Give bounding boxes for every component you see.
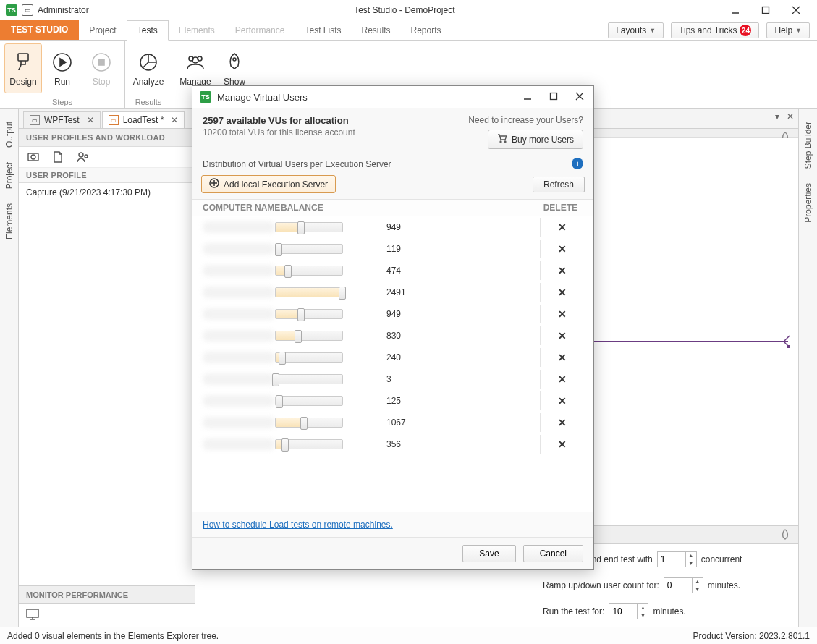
window-close-button[interactable] bbox=[781, 1, 811, 19]
sidebar-tab-output[interactable]: Output bbox=[1, 114, 17, 155]
total-vus-text: 10200 total VUs for this license account bbox=[203, 127, 461, 137]
sidebar-tab-project[interactable]: Project bbox=[1, 155, 17, 196]
delete-row-button[interactable]: ✕ bbox=[540, 283, 583, 302]
balance-slider[interactable] bbox=[275, 374, 343, 384]
dialog-minimize-button[interactable] bbox=[521, 91, 534, 103]
design-button[interactable]: Design bbox=[4, 43, 42, 93]
delete-row-button[interactable]: ✕ bbox=[540, 391, 583, 410]
balance-value: 949 bbox=[386, 222, 418, 232]
tab-project[interactable]: Project bbox=[79, 21, 126, 40]
help-dropdown[interactable]: Help▼ bbox=[766, 22, 810, 38]
rocket-icon bbox=[223, 51, 246, 74]
schedule-help-link[interactable]: How to schedule Load tests on remote mac… bbox=[203, 520, 393, 530]
available-vus-heading: 2597 available VUs for allocation bbox=[203, 115, 461, 126]
delete-row-button[interactable]: ✕ bbox=[540, 435, 583, 454]
window-minimize-button[interactable] bbox=[720, 1, 750, 19]
delete-row-button[interactable]: ✕ bbox=[540, 218, 583, 237]
doc-icon: ▭ bbox=[30, 115, 40, 125]
tab-tests[interactable]: Tests bbox=[127, 20, 169, 41]
brush-icon bbox=[12, 51, 35, 74]
analyze-button[interactable]: Analyze bbox=[130, 43, 167, 93]
doc-tabs-menu-icon[interactable]: ▾ bbox=[775, 111, 779, 122]
need-more-text: Need to increase your Users? bbox=[468, 115, 583, 125]
delete-row-button[interactable]: ✕ bbox=[540, 413, 583, 432]
balance-slider[interactable] bbox=[275, 244, 343, 254]
server-row: 119✕ bbox=[192, 238, 593, 260]
run-button[interactable]: Run bbox=[43, 43, 81, 93]
balance-slider[interactable] bbox=[275, 287, 343, 297]
window-maximize-button[interactable] bbox=[750, 1, 781, 19]
delete-row-button[interactable]: ✕ bbox=[540, 326, 583, 345]
stop-button[interactable]: Stop bbox=[82, 43, 120, 93]
right-dock: Step Builder Properties bbox=[798, 109, 817, 627]
delete-row-button[interactable]: ✕ bbox=[540, 240, 583, 258]
computer-name-blurred bbox=[203, 438, 275, 450]
save-button[interactable]: Save bbox=[462, 545, 515, 562]
svg-rect-4 bbox=[18, 54, 28, 61]
tab-reports[interactable]: Reports bbox=[400, 21, 451, 40]
server-row: 2491✕ bbox=[192, 281, 593, 303]
delete-row-button[interactable]: ✕ bbox=[540, 348, 583, 367]
tips-and-tricks-button[interactable]: Tips and Tricks24 bbox=[671, 22, 759, 38]
capture-icon[interactable] bbox=[26, 150, 41, 164]
balance-value: 474 bbox=[386, 266, 418, 276]
balance-slider[interactable] bbox=[275, 418, 343, 428]
end-users-spinner[interactable]: ▲▼ bbox=[657, 551, 697, 567]
balance-slider[interactable] bbox=[275, 266, 343, 276]
notification-badge: 24 bbox=[740, 25, 751, 36]
refresh-button[interactable]: Refresh bbox=[533, 177, 585, 192]
sidebar-tab-elements[interactable]: Elements bbox=[1, 196, 17, 247]
tab-results[interactable]: Results bbox=[351, 21, 400, 40]
balance-slider[interactable] bbox=[275, 331, 343, 341]
layouts-dropdown[interactable]: Layouts▼ bbox=[608, 22, 664, 38]
computer-name-blurred bbox=[203, 373, 275, 385]
play-icon bbox=[51, 51, 74, 74]
computer-name-blurred bbox=[203, 243, 275, 255]
computer-name-blurred bbox=[203, 417, 275, 428]
info-icon[interactable]: i bbox=[572, 158, 583, 169]
plus-icon bbox=[209, 178, 219, 190]
add-execution-server-button[interactable]: Add local Execution Server bbox=[201, 175, 336, 193]
svg-rect-7 bbox=[98, 59, 104, 65]
rocket-icon[interactable] bbox=[779, 529, 791, 543]
sidebar-tab-properties[interactable]: Properties bbox=[800, 176, 816, 230]
computer-name-blurred bbox=[203, 330, 275, 342]
balance-slider[interactable] bbox=[275, 309, 343, 319]
tab-brand[interactable]: TEST STUDIO bbox=[0, 20, 79, 40]
tab-elements[interactable]: Elements bbox=[169, 21, 225, 40]
balance-slider[interactable] bbox=[275, 396, 343, 406]
tab-test-lists[interactable]: Test Lists bbox=[295, 21, 351, 40]
balance-slider[interactable] bbox=[275, 222, 343, 232]
delete-row-button[interactable]: ✕ bbox=[540, 370, 583, 389]
balance-value: 356 bbox=[386, 439, 418, 449]
tab-performance[interactable]: Performance bbox=[225, 21, 295, 40]
balance-slider[interactable] bbox=[275, 439, 343, 449]
server-row: 125✕ bbox=[192, 390, 593, 412]
computer-name-blurred bbox=[203, 395, 275, 407]
buy-more-users-button[interactable]: Buy more Users bbox=[488, 130, 583, 149]
dialog-maximize-button[interactable] bbox=[547, 91, 560, 103]
dialog-close-button[interactable] bbox=[573, 91, 586, 103]
doc-tab-loadtest[interactable]: ▭ LoadTest * ✕ bbox=[102, 111, 185, 128]
balance-slider[interactable] bbox=[275, 352, 343, 363]
close-tab-icon[interactable]: ✕ bbox=[87, 115, 94, 125]
doc-tab-wpftest[interactable]: ▭ WPFTest ✕ bbox=[23, 111, 101, 128]
sidebar-tab-step-builder[interactable]: Step Builder bbox=[800, 114, 816, 176]
monitor-icon[interactable] bbox=[26, 612, 39, 622]
delete-row-button[interactable]: ✕ bbox=[540, 305, 583, 323]
users-small-icon[interactable] bbox=[75, 150, 90, 164]
server-row: 949✕ bbox=[192, 303, 593, 325]
user-profile-subheader: USER PROFILE bbox=[19, 168, 195, 183]
ramp-minutes-spinner[interactable]: ▲▼ bbox=[664, 577, 703, 593]
balance-value: 830 bbox=[386, 331, 418, 341]
dialog-titlebar[interactable]: TS Manage Virtual Users bbox=[192, 86, 593, 108]
doc-tabs-close-icon[interactable]: ✕ bbox=[787, 111, 794, 122]
duration-minutes-spinner[interactable]: ▲▼ bbox=[609, 603, 648, 619]
import-icon[interactable] bbox=[51, 150, 65, 164]
admin-mode-icon: ▭ bbox=[22, 4, 33, 16]
close-tab-icon[interactable]: ✕ bbox=[171, 115, 178, 125]
cancel-button[interactable]: Cancel bbox=[523, 545, 583, 562]
delete-row-button[interactable]: ✕ bbox=[540, 261, 583, 280]
profile-row[interactable]: Capture (9/21/2023 4:17:30 PM) bbox=[19, 183, 195, 202]
computer-name-blurred bbox=[203, 352, 275, 363]
